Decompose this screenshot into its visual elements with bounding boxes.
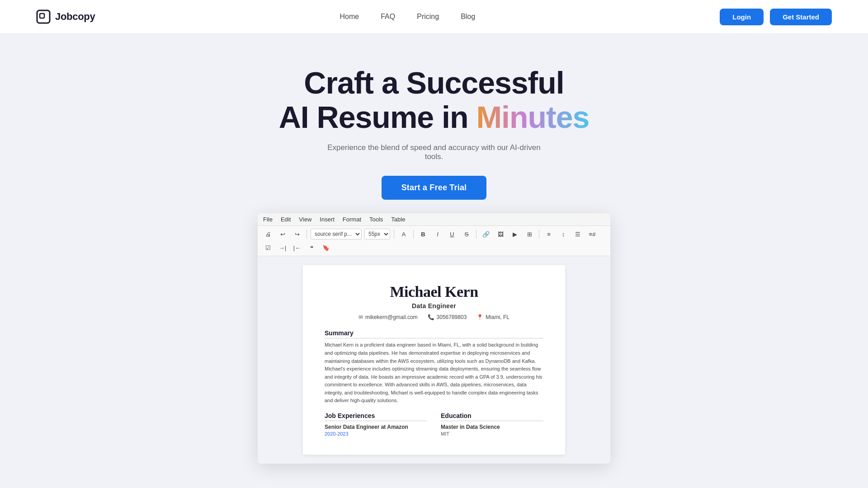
hero-headline-line1: Craft a Successful: [304, 66, 564, 100]
contact-location: 📍 Miami, FL: [476, 314, 509, 320]
resume-experience-col: Job Experiences Senior Data Engineer at …: [325, 412, 427, 436]
nav-actions: Login Get Started: [720, 9, 832, 25]
nav-link-blog[interactable]: Blog: [461, 13, 475, 21]
hero-headline-pre: AI Resume in: [279, 100, 476, 134]
font-size-select[interactable]: 55px: [364, 229, 390, 239]
toolbar-redo[interactable]: ↪: [291, 229, 303, 239]
toolbar-sep-5: [539, 230, 539, 239]
logo-icon: [36, 9, 51, 24]
nav-link-faq[interactable]: FAQ: [381, 13, 395, 21]
svg-rect-0: [37, 10, 50, 23]
logo-text: Jobcopy: [55, 11, 95, 23]
resume-edu-school: MIT: [441, 431, 543, 436]
svg-rect-1: [40, 14, 44, 18]
get-started-button[interactable]: Get Started: [770, 9, 832, 25]
contact-email: ✉ mikekern@gmail.com: [359, 314, 418, 320]
contact-phone-value: 3056789803: [437, 314, 467, 320]
toolbar-list-ul[interactable]: ☰: [572, 229, 584, 239]
editor-document: Michael Kern Data Engineer ✉ mikekern@gm…: [258, 256, 610, 464]
nav-links: Home FAQ Pricing Blog: [340, 13, 476, 21]
toolbar-color[interactable]: A: [398, 229, 410, 239]
resume-page: Michael Kern Data Engineer ✉ mikekern@gm…: [303, 265, 565, 455]
hero-subtitle: Experience the blend of speed and accura…: [321, 143, 547, 161]
contact-phone: 📞 3056789803: [428, 314, 467, 320]
resume-job-role: Data Engineer: [325, 302, 543, 310]
nav-link-pricing[interactable]: Pricing: [417, 13, 439, 21]
login-button[interactable]: Login: [720, 9, 764, 25]
menu-tools[interactable]: Tools: [369, 216, 383, 223]
toolbar-indent[interactable]: →|: [277, 242, 288, 253]
toolbar-sep-4: [476, 230, 476, 239]
menu-table[interactable]: Table: [391, 216, 405, 223]
menu-view[interactable]: View: [299, 216, 311, 223]
toolbar-blockquote[interactable]: ❝: [306, 242, 317, 253]
resume-contact: ✉ mikekern@gmail.com 📞 3056789803 📍 Miam…: [325, 314, 543, 320]
toolbar-video[interactable]: ▶: [509, 229, 521, 239]
toolbar-image[interactable]: 🖼: [495, 229, 506, 239]
toolbar-strikethrough[interactable]: S: [461, 229, 472, 239]
editor-preview: File Edit View Insert Format Tools Table…: [258, 213, 610, 464]
toolbar-list-ol[interactable]: ≡#: [586, 229, 598, 239]
menu-insert[interactable]: Insert: [320, 216, 335, 223]
email-icon: ✉: [359, 314, 363, 320]
resume-name: Michael Kern: [325, 283, 543, 300]
toolbar-link[interactable]: 🔗: [480, 229, 492, 239]
toolbar-sep-1: [307, 230, 307, 239]
toolbar-bookmark[interactable]: 🔖: [320, 242, 332, 253]
resume-job-title: Senior Data Engineer at Amazon: [325, 424, 427, 430]
hero-section: Craft a Successful AI Resume in Minutes …: [0, 34, 868, 482]
nav-link-home[interactable]: Home: [340, 13, 359, 21]
menu-format[interactable]: Format: [343, 216, 361, 223]
resume-job-date: 2020-2023: [325, 431, 427, 436]
hero-headline-accent: Minutes: [476, 100, 589, 134]
toolbar-align[interactable]: ≡: [543, 229, 555, 239]
toolbar-checklist[interactable]: ☑: [262, 242, 274, 253]
contact-location-value: Miami, FL: [486, 314, 509, 320]
toolbar-table[interactable]: ⊞: [524, 229, 535, 239]
menu-file[interactable]: File: [263, 216, 273, 223]
menu-edit[interactable]: Edit: [281, 216, 291, 223]
contact-email-value: mikekern@gmail.com: [365, 314, 418, 320]
font-family-select[interactable]: source serif p...: [311, 229, 362, 239]
resume-summary-text: Michael Kern is a proficient data engine…: [325, 341, 543, 405]
hero-headline-line2: AI Resume in Minutes: [279, 100, 590, 134]
resume-experience-title: Job Experiences: [325, 412, 427, 421]
toolbar-bold[interactable]: B: [417, 229, 429, 239]
logo[interactable]: Jobcopy: [36, 9, 95, 24]
editor-toolbar: 🖨 ↩ ↪ source serif p... 55px A B I U S 🔗…: [258, 226, 610, 256]
resume-education-col: Education Master in Data Science MIT: [441, 412, 543, 436]
toolbar-italic[interactable]: I: [432, 229, 443, 239]
resume-education-title: Education: [441, 412, 543, 421]
resume-two-cols: Job Experiences Senior Data Engineer at …: [325, 412, 543, 436]
toolbar-outdent[interactable]: |←: [291, 242, 303, 253]
toolbar-underline[interactable]: U: [446, 229, 458, 239]
navbar: Jobcopy Home FAQ Pricing Blog Login Get …: [0, 0, 868, 34]
toolbar-undo[interactable]: ↩: [277, 229, 288, 239]
toolbar-sep-3: [413, 230, 414, 239]
resume-summary-title: Summary: [325, 329, 543, 338]
resume-edu-degree: Master in Data Science: [441, 424, 543, 430]
toolbar-line-height[interactable]: ↕: [557, 229, 569, 239]
phone-icon: 📞: [428, 314, 434, 320]
toolbar-sep-2: [394, 230, 394, 239]
location-icon: 📍: [476, 314, 483, 320]
free-trial-button[interactable]: Start a Free Trial: [382, 176, 487, 200]
editor-menubar: File Edit View Insert Format Tools Table: [258, 213, 610, 226]
toolbar-print[interactable]: 🖨: [262, 229, 274, 239]
